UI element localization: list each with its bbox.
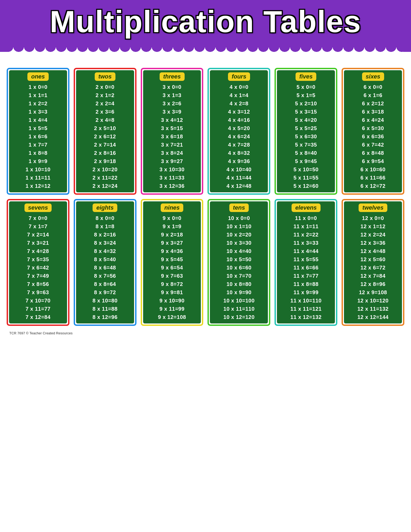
table-row: 7 x 3=21	[27, 239, 49, 247]
table-row: 4 x 0=0	[230, 83, 248, 91]
table-row: 12 x 5=60	[360, 255, 385, 264]
table-row: 1 x 4=4	[29, 116, 48, 124]
table-row: 1 x 11=11	[26, 174, 51, 182]
table-row: 5 x 0=0	[297, 83, 315, 91]
table-row: 10 x 9=90	[226, 288, 251, 297]
table-row: 2 x 8=16	[94, 149, 116, 157]
table-row: 3 x 0=0	[163, 83, 181, 91]
table-row: 3 x 10=30	[160, 165, 185, 174]
table-row: 4 x 1=4	[230, 91, 248, 99]
table-row: 10 x 11=110	[223, 305, 255, 313]
table-row: 1 x 7=7	[29, 141, 48, 149]
table-inner-fives: fives5 x 0=05 x 1=55 x 2=105 x 3=155 x 4…	[277, 70, 335, 192]
table-row: 6 x 1=6	[364, 91, 383, 99]
table-row: 1 x 3=3	[29, 108, 48, 116]
table-row: 12 x 10=120	[357, 297, 388, 305]
table-label-eights: eights	[93, 203, 117, 212]
table-label-sevens: sevens	[24, 203, 52, 212]
table-row: 8 x 7=56	[94, 272, 116, 280]
table-label-fives: fives	[296, 72, 316, 81]
table-row: 1 x 2=2	[29, 99, 48, 108]
table-row: 8 x 4=32	[94, 247, 116, 255]
table-row: 7 x 0=0	[29, 214, 48, 222]
table-row: 5 x 1=5	[297, 91, 315, 99]
table-row: 4 x 5=20	[228, 124, 250, 132]
table-card-fours: fours4 x 0=04 x 1=44 x 2=84 x 3=124 x 4=…	[207, 68, 270, 195]
table-row: 2 x 9=18	[94, 157, 116, 165]
table-card-tens: tens10 x 0=010 x 1=1010 x 2=2010 x 3=301…	[207, 199, 270, 326]
table-row: 11 x 1=11	[293, 222, 318, 231]
table-row: 8 x 11=88	[93, 305, 118, 313]
table-row: 2 x 4=8	[96, 116, 114, 124]
table-row: 4 x 4=16	[228, 116, 250, 124]
table-inner-twos: twos2 x 0=02 x 1=22 x 2=42 x 3=62 x 4=82…	[76, 70, 134, 192]
table-card-twos: twos2 x 0=02 x 1=22 x 2=42 x 3=62 x 4=82…	[74, 68, 136, 195]
table-row: 11 x 8=88	[293, 280, 318, 288]
table-row: 3 x 4=12	[161, 116, 183, 124]
table-label-twos: twos	[95, 72, 115, 81]
table-row: 9 x 0=0	[163, 214, 181, 222]
table-row: 11 x 5=55	[293, 255, 318, 264]
table-row: 5 x 10=50	[293, 165, 318, 174]
table-row: 8 x 2=16	[94, 231, 116, 239]
table-row: 6 x 8=48	[362, 149, 384, 157]
table-row: 11 x 12=132	[290, 313, 322, 321]
table-row: 12 x 11=132	[357, 305, 388, 313]
table-row: 4 x 3=12	[228, 108, 250, 116]
table-row: 10 x 6=60	[226, 264, 251, 272]
table-row: 5 x 4=20	[295, 116, 317, 124]
table-row: 7 x 1=7	[29, 222, 48, 231]
table-label-twelves: twelves	[359, 203, 387, 212]
table-row: 6 x 12=72	[360, 182, 385, 190]
table-row: 8 x 12=96	[93, 313, 118, 321]
table-row: 1 x 1=1	[29, 91, 48, 99]
table-row: 4 x 10=40	[226, 165, 251, 174]
table-row: 2 x 2=4	[96, 99, 114, 108]
table-inner-threes: threes3 x 0=03 x 1=33 x 2=63 x 3=93 x 4=…	[143, 70, 201, 192]
table-row: 1 x 9=9	[29, 157, 48, 165]
table-row: 7 x 11=77	[26, 305, 51, 313]
table-row: 10 x 2=20	[226, 231, 251, 239]
table-inner-sevens: sevens7 x 0=07 x 1=77 x 2=147 x 3=217 x …	[9, 201, 67, 323]
table-inner-eights: eights8 x 0=08 x 1=88 x 2=168 x 3=248 x …	[76, 201, 134, 323]
table-row: 9 x 8=72	[161, 280, 183, 288]
table-card-elevens: elevens11 x 0=011 x 1=1111 x 2=2211 x 3=…	[275, 199, 337, 326]
table-label-sixes: sixes	[362, 72, 384, 81]
table-row: 6 x 2=12	[362, 99, 384, 108]
table-row: 7 x 8=56	[27, 280, 49, 288]
table-row: 2 x 10=20	[93, 165, 118, 174]
table-row: 1 x 12=12	[26, 182, 51, 190]
table-row: 7 x 9=63	[27, 288, 49, 297]
table-row: 11 x 4=44	[293, 247, 318, 255]
table-row: 5 x 7=35	[295, 141, 317, 149]
table-row: 8 x 8=64	[94, 280, 116, 288]
table-row: 8 x 10=80	[93, 297, 118, 305]
table-row: 6 x 0=0	[364, 83, 383, 91]
table-row: 2 x 1=2	[96, 91, 114, 99]
table-row: 7 x 10=70	[26, 297, 51, 305]
table-inner-tens: tens10 x 0=010 x 1=1010 x 2=2010 x 3=301…	[210, 201, 268, 323]
table-row: 5 x 12=60	[293, 182, 318, 190]
table-row: 4 x 2=8	[230, 99, 248, 108]
table-row: 7 x 4=28	[27, 247, 49, 255]
table-row: 5 x 9=45	[295, 157, 317, 165]
table-card-ones: ones1 x 0=01 x 1=11 x 2=21 x 3=31 x 4=41…	[7, 68, 69, 195]
table-row: 4 x 9=36	[228, 157, 250, 165]
table-row: 5 x 3=15	[295, 108, 317, 116]
footer-credit: TCR 7697 © Teacher Created Resources	[7, 331, 404, 335]
table-label-tens: tens	[229, 203, 249, 212]
table-row: 11 x 11=121	[290, 305, 322, 313]
table-row: 7 x 7=49	[27, 272, 49, 280]
table-row: 3 x 8=24	[161, 149, 183, 157]
table-row: 6 x 6=36	[362, 132, 384, 141]
page-header: Multiplication Tables	[0, 0, 411, 52]
table-row: 1 x 6=6	[29, 132, 48, 141]
table-inner-fours: fours4 x 0=04 x 1=44 x 2=84 x 3=124 x 4=…	[210, 70, 268, 192]
table-row: 12 x 1=12	[360, 222, 385, 231]
table-card-twelves: twelves12 x 0=012 x 1=1212 x 2=2412 x 3=…	[342, 199, 404, 326]
table-row: 2 x 6=12	[94, 132, 116, 141]
main-content: ones1 x 0=01 x 1=11 x 2=21 x 3=31 x 4=41…	[0, 52, 411, 343]
table-row: 4 x 7=28	[228, 141, 250, 149]
table-row: 11 x 9=99	[293, 288, 318, 297]
table-row: 11 x 6=66	[293, 264, 318, 272]
